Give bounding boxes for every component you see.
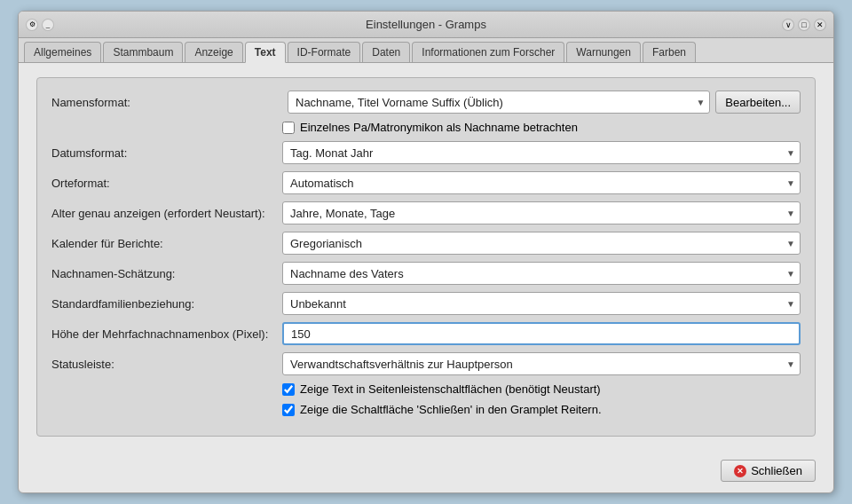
checkbox2-row: Zeige die Schaltfläche 'Schließen' in de… [51, 403, 801, 416]
close-button-label: Schließen [751, 464, 802, 477]
calendar-label: Kalender für Berichte: [51, 237, 282, 250]
tab-idformate[interactable]: ID-Formate [288, 42, 361, 62]
statusbar-select[interactable]: Verwandtschaftsverhältnis zur Hauptperso… [282, 352, 801, 375]
family-select[interactable]: Unbekannt [282, 292, 801, 315]
close-icon: ✕ [734, 465, 746, 477]
roll-up-button[interactable]: ∨ [782, 19, 794, 31]
tab-farben[interactable]: Farben [643, 42, 696, 62]
patronymic-row: Einzelnes Pa/Matronymikon als Nachname b… [51, 121, 801, 134]
patronymic-checkbox[interactable] [282, 122, 295, 134]
tab-warnungen[interactable]: Warnungen [566, 42, 641, 62]
statusbar-label: Statusleiste: [51, 358, 282, 371]
dateformat-wrap: Tag. Monat Jahr ▼ [282, 141, 801, 164]
main-window: ⚙ _ Einstellungen - Gramps ∨ □ ✕ Allgeme… [18, 11, 834, 493]
tab-informationen[interactable]: Informationen zum Forscher [412, 42, 564, 62]
family-row: Standardfamilienbeziehung: Unbekannt ▼ [51, 292, 801, 315]
placeformat-label: Orteformat: [51, 177, 282, 190]
close-button[interactable]: ✕ Schließen [721, 460, 816, 482]
nameformat-select[interactable]: Nachname, Titel Vorname Suffix (Üblich) [288, 91, 710, 114]
tab-stammbaum[interactable]: Stammbaum [103, 42, 183, 62]
checkbox1-label: Zeige Text in Seitenleistenschaltflächen… [300, 382, 601, 396]
statusbar-row: Statusleiste: Verwandtschaftsverhältnis … [51, 352, 801, 375]
checkbox2-label: Zeige die Schaltfläche 'Schließen' in de… [300, 403, 602, 416]
nameformat-row: Namensformat: Nachname, Titel Vorname Su… [51, 91, 801, 114]
window-icon: ⚙ [26, 19, 38, 31]
edit-button[interactable]: Bearbeiten... [715, 91, 801, 114]
window-title: Einstellungen - Gramps [366, 18, 486, 31]
tab-allgemeines[interactable]: Allgemeines [24, 42, 101, 62]
titlebar: ⚙ _ Einstellungen - Gramps ∨ □ ✕ [19, 12, 833, 38]
calendar-select[interactable]: Gregorianisch [282, 232, 801, 255]
height-input-wrap [282, 322, 801, 345]
nameformat-label: Namensformat: [51, 96, 282, 109]
maximize-button[interactable]: □ [798, 19, 810, 31]
tab-text[interactable]: Text [245, 42, 286, 63]
surname-label: Nachnamen-Schätzung: [51, 267, 282, 280]
height-label: Höhe der Mehrfachnachnamenbox (Pixel): [51, 327, 282, 341]
tab-bar: Allgemeines Stammbaum Anzeige Text ID-Fo… [19, 38, 833, 63]
settings-box: Namensformat: Nachname, Titel Vorname Su… [36, 77, 816, 437]
titlebar-right-controls: ∨ □ ✕ [782, 19, 826, 31]
age-row: Alter genau anzeigen (erfordert Neustart… [51, 201, 801, 224]
height-input[interactable] [282, 322, 801, 345]
age-wrap: Jahre, Monate, Tage ▼ [282, 201, 801, 224]
height-row: Höhe der Mehrfachnachnamenbox (Pixel): [51, 322, 801, 345]
placeformat-row: Orteformat: Automatisch ▼ [51, 171, 801, 194]
footer: ✕ Schließen [19, 451, 833, 492]
checkbox2[interactable] [282, 404, 295, 416]
calendar-row: Kalender für Berichte: Gregorianisch ▼ [51, 232, 801, 255]
surname-select[interactable]: Nachname des Vaters [282, 262, 801, 285]
placeformat-select[interactable]: Automatisch [282, 171, 801, 194]
dateformat-label: Datumsformat: [51, 146, 282, 160]
calendar-wrap: Gregorianisch ▼ [282, 232, 801, 255]
close-button-titlebar[interactable]: ✕ [814, 19, 826, 31]
surname-row: Nachnamen-Schätzung: Nachname des Vaters… [51, 262, 801, 285]
checkbox1[interactable] [282, 383, 295, 396]
tab-anzeige[interactable]: Anzeige [185, 42, 242, 62]
surname-wrap: Nachname des Vaters ▼ [282, 262, 801, 285]
dateformat-select[interactable]: Tag. Monat Jahr [282, 141, 801, 164]
age-select[interactable]: Jahre, Monate, Tage [282, 201, 801, 224]
checkbox1-row: Zeige Text in Seitenleistenschaltflächen… [51, 382, 801, 396]
age-label: Alter genau anzeigen (erfordert Neustart… [51, 207, 282, 220]
family-wrap: Unbekannt ▼ [282, 292, 801, 315]
statusbar-wrap: Verwandtschaftsverhältnis zur Hauptperso… [282, 352, 801, 375]
placeformat-wrap: Automatisch ▼ [282, 171, 801, 194]
content-area: Namensformat: Nachname, Titel Vorname Su… [19, 63, 833, 451]
window-controls: ⚙ _ [26, 19, 54, 31]
patronymic-label: Einzelnes Pa/Matronymikon als Nachname b… [300, 121, 578, 134]
tab-daten[interactable]: Daten [362, 42, 410, 62]
nameformat-select-wrap: Nachname, Titel Vorname Suffix (Üblich) … [288, 91, 710, 114]
family-label: Standardfamilienbeziehung: [51, 297, 282, 311]
minimize-button[interactable]: _ [42, 19, 54, 31]
dateformat-row: Datumsformat: Tag. Monat Jahr ▼ [51, 141, 801, 164]
